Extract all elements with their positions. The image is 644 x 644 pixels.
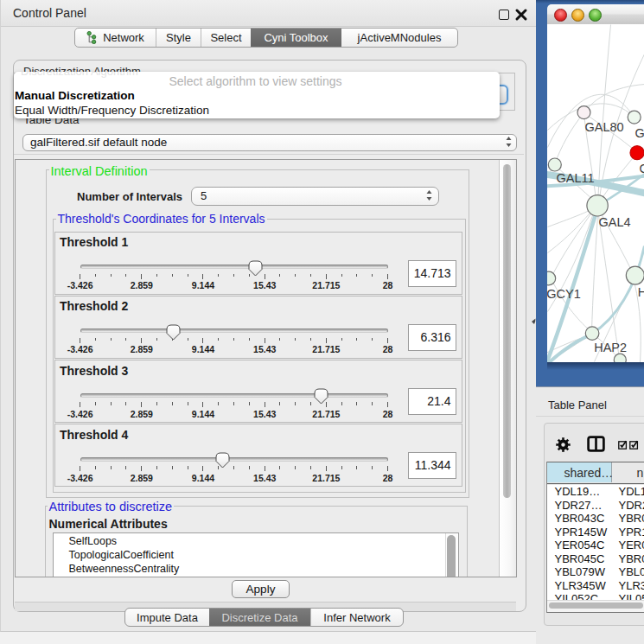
- svg-text:GAL11: GAL11: [556, 171, 594, 185]
- svg-text:GA: GA: [639, 161, 644, 175]
- svg-text:GAL4: GAL4: [598, 215, 630, 229]
- svg-text:HA: HA: [637, 285, 644, 299]
- svg-text:GA: GA: [634, 126, 644, 140]
- svg-text:GCY1: GCY1: [547, 286, 581, 300]
- svg-text:GAL80: GAL80: [584, 120, 623, 134]
- svg-text:HAP2: HAP2: [594, 341, 627, 354]
